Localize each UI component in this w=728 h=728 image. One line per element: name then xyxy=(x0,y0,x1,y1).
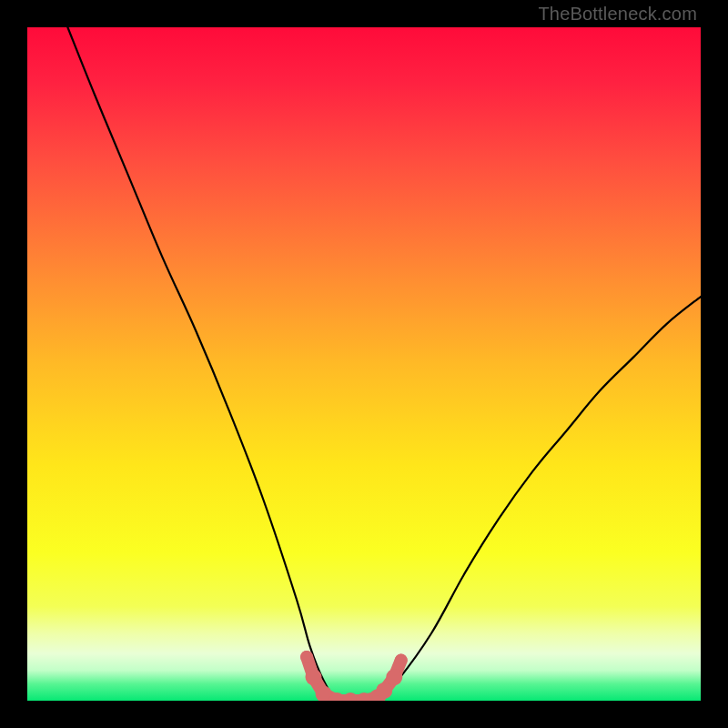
trough-marker xyxy=(395,654,408,667)
trough-marker xyxy=(306,669,322,685)
trough-marker xyxy=(386,669,402,685)
watermark-text: TheBottleneck.com xyxy=(538,4,697,25)
plot-area xyxy=(27,27,701,701)
trough-marker xyxy=(376,682,392,699)
trough-marker xyxy=(300,651,313,663)
bottleneck-curve xyxy=(67,27,701,701)
chart-frame: TheBottleneck.com xyxy=(0,0,728,728)
trough-markers xyxy=(300,651,408,701)
curve-layer xyxy=(27,27,701,701)
